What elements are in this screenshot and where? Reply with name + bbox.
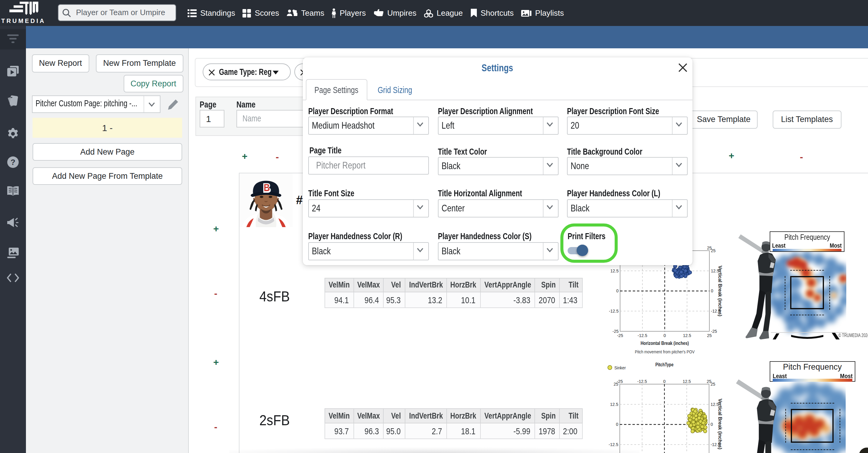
svg-text:12.5: 12.5 — [610, 402, 618, 407]
svg-text:Pitch movement from pitcher's: Pitch movement from pitcher's POV — [635, 349, 694, 354]
svg-text:Horizontal Break (inches): Horizontal Break (inches) — [641, 341, 689, 346]
svg-text:-25: -25 — [711, 329, 717, 334]
svg-text:0: 0 — [616, 422, 618, 427]
svg-text:12.5: 12.5 — [683, 379, 691, 384]
svg-text:-12.5: -12.5 — [609, 442, 618, 447]
svg-text:PitchType: PitchType — [655, 362, 674, 367]
svg-text:-12.5: -12.5 — [638, 333, 647, 338]
svg-text:Vertical Break (inches): Vertical Break (inches) — [717, 399, 723, 449]
svg-text:-12.5: -12.5 — [637, 379, 647, 384]
svg-text:25: 25 — [707, 246, 712, 250]
svg-text:0: 0 — [663, 379, 665, 384]
svg-text:Sinker: Sinker — [614, 365, 626, 370]
svg-text:25: 25 — [707, 333, 712, 338]
svg-text:0: 0 — [711, 422, 713, 427]
svg-text:-25: -25 — [617, 379, 623, 384]
svg-text:25: 25 — [707, 379, 711, 384]
svg-text:Vertical Break (inches): Vertical Break (inches) — [717, 266, 723, 316]
svg-text:12.5: 12.5 — [611, 268, 619, 273]
svg-text:-25: -25 — [617, 333, 623, 338]
svg-text:?: ? — [10, 157, 16, 166]
svg-text:0: 0 — [663, 333, 666, 338]
svg-text:0: 0 — [711, 288, 713, 293]
svg-text:12.5: 12.5 — [683, 333, 691, 338]
svg-text:-12.5: -12.5 — [609, 309, 619, 313]
svg-text:0: 0 — [616, 288, 619, 293]
